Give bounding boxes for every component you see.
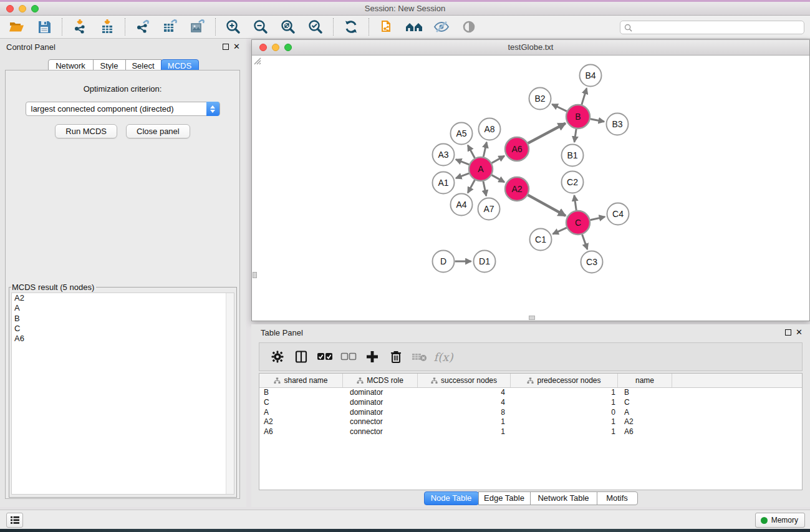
graph-node-A[interactable]: A bbox=[469, 157, 493, 181]
graph-edge-A-A7[interactable] bbox=[483, 181, 486, 196]
table-settings-button[interactable] bbox=[266, 346, 289, 368]
graph-node-A5[interactable]: A5 bbox=[451, 123, 473, 145]
graph-edge-A-A2[interactable] bbox=[492, 175, 504, 182]
tab-node-table[interactable]: Node Table bbox=[424, 491, 479, 505]
table-row[interactable]: A2connector11A2 bbox=[259, 417, 802, 427]
graph-node-A2[interactable]: A2 bbox=[505, 177, 529, 201]
tab-edge-table[interactable]: Edge Table bbox=[478, 491, 531, 505]
graph-node-D1[interactable]: D1 bbox=[474, 251, 496, 273]
close-panel-button[interactable]: Close panel bbox=[126, 124, 190, 138]
zoom-in-button[interactable] bbox=[223, 17, 244, 37]
column-header-successor-nodes[interactable]: successor nodes bbox=[418, 374, 511, 387]
tab-network-table[interactable]: Network Table bbox=[530, 491, 597, 505]
close-panel-icon[interactable]: ✕ bbox=[796, 327, 803, 337]
graph-edge-C-C1[interactable] bbox=[553, 228, 567, 234]
network-window-titlebar[interactable]: testGlobe.txt bbox=[252, 40, 809, 56]
graph-node-B1[interactable]: B1 bbox=[562, 145, 584, 167]
canvas-scroll-marker[interactable] bbox=[253, 272, 257, 278]
import-network-button[interactable] bbox=[69, 17, 90, 37]
zoom-fit-button[interactable] bbox=[277, 17, 299, 37]
export-image-button[interactable] bbox=[187, 17, 208, 37]
float-panel-icon[interactable] bbox=[785, 329, 791, 336]
canvas-scroll-marker[interactable] bbox=[529, 316, 535, 320]
app-titlebar: Session: New Session bbox=[0, 2, 810, 16]
clear-selection-button[interactable] bbox=[337, 346, 360, 368]
graph-node-A8[interactable]: A8 bbox=[479, 118, 501, 140]
select-all-button[interactable] bbox=[314, 346, 336, 368]
graph-edge-C-C3[interactable] bbox=[582, 235, 587, 249]
close-window-button[interactable] bbox=[6, 5, 14, 12]
network-zoom-button[interactable] bbox=[284, 44, 292, 51]
graph-edge-A-A4[interactable] bbox=[468, 180, 475, 193]
run-mcds-button[interactable]: Run MCDS bbox=[55, 124, 117, 138]
list-scrollbar[interactable] bbox=[226, 293, 234, 494]
graph-node-A3[interactable]: A3 bbox=[433, 144, 455, 166]
graph-node-C2[interactable]: C2 bbox=[562, 172, 584, 193]
graph-node-A7[interactable]: A7 bbox=[478, 198, 500, 220]
graph-edge-A-A3[interactable] bbox=[456, 160, 469, 165]
graph-edge-A-A5[interactable] bbox=[468, 145, 475, 158]
graph-edge-B-B4[interactable] bbox=[582, 89, 587, 105]
column-header-name[interactable]: name bbox=[618, 374, 672, 387]
graph-node-A1[interactable]: A1 bbox=[433, 172, 455, 194]
table-row[interactable]: Cdominator41C bbox=[259, 398, 802, 408]
graph-node-C[interactable]: C bbox=[566, 211, 590, 235]
table-row[interactable]: Adominator80A bbox=[259, 408, 802, 418]
minimize-window-button[interactable] bbox=[19, 5, 26, 12]
search-input[interactable] bbox=[632, 22, 804, 33]
network-canvas[interactable]: B4B2BB3A8A5A6A3B1AC2A1A2A4A7C4CC1C3DD1 bbox=[252, 56, 809, 321]
table-row[interactable]: A6connector11A6 bbox=[259, 427, 802, 437]
delete-rows-button[interactable] bbox=[385, 346, 407, 368]
graph-edge-A-A8[interactable] bbox=[483, 142, 486, 157]
zoom-window-button[interactable] bbox=[31, 5, 39, 12]
close-panel-icon[interactable]: ✕ bbox=[233, 42, 240, 51]
network-graph[interactable]: B4B2BB3A8A5A6A3B1AC2A1A2A4A7C4CC1C3DD1 bbox=[252, 56, 809, 321]
graph-node-C4[interactable]: C4 bbox=[607, 203, 629, 225]
graph-node-A4[interactable]: A4 bbox=[451, 194, 473, 216]
export-table-button[interactable] bbox=[160, 17, 181, 37]
graph-node-D[interactable]: D bbox=[433, 251, 455, 273]
graph-node-B3[interactable]: B3 bbox=[607, 114, 629, 135]
network-minimize-button[interactable] bbox=[272, 44, 279, 51]
graph-node-C3[interactable]: C3 bbox=[581, 251, 603, 273]
tab-motifs[interactable]: Motifs bbox=[597, 491, 638, 505]
refresh-view-button[interactable] bbox=[340, 17, 362, 37]
zoom-selected-button[interactable] bbox=[305, 17, 326, 37]
graph-edge-A6-B[interactable] bbox=[528, 123, 566, 143]
tasks-button[interactable] bbox=[6, 513, 23, 528]
open-file-button[interactable] bbox=[6, 17, 27, 37]
svg-text:A3: A3 bbox=[438, 150, 448, 160]
import-table-button[interactable] bbox=[97, 17, 118, 37]
float-panel-icon[interactable] bbox=[223, 44, 229, 50]
table-row[interactable]: Bdominator41B bbox=[259, 388, 802, 398]
export-network-button[interactable] bbox=[132, 17, 153, 37]
graph-edge-B-B2[interactable] bbox=[552, 104, 567, 111]
column-header-shared-name[interactable]: shared name bbox=[259, 374, 343, 387]
zoom-out-button[interactable] bbox=[250, 17, 271, 37]
column-header-predecessor-nodes[interactable]: predecessor nodes bbox=[511, 374, 618, 387]
resize-grip-icon[interactable] bbox=[252, 56, 261, 65]
show-columns-button[interactable] bbox=[290, 346, 312, 368]
graph-node-B4[interactable]: B4 bbox=[580, 65, 602, 87]
graph-edge-B-B3[interactable] bbox=[591, 119, 604, 122]
memory-button[interactable]: Memory bbox=[755, 513, 805, 528]
graph-edge-C-C4[interactable] bbox=[591, 217, 605, 220]
graph-edge-A-A1[interactable] bbox=[456, 173, 469, 178]
graph-node-C1[interactable]: C1 bbox=[530, 229, 552, 251]
graph-edge-A2-C[interactable] bbox=[528, 195, 566, 216]
graph-node-A6[interactable]: A6 bbox=[505, 137, 529, 161]
save-session-button[interactable] bbox=[34, 17, 55, 37]
add-row-button[interactable] bbox=[361, 346, 383, 368]
show-details-button[interactable] bbox=[458, 17, 480, 37]
column-header-mcds-role[interactable]: MCDS role bbox=[343, 374, 418, 387]
network-close-button[interactable] bbox=[259, 44, 267, 51]
graph-node-B[interactable]: B bbox=[566, 105, 590, 128]
criterion-select[interactable]: largest connected component (directed) bbox=[26, 102, 220, 116]
graph-node-B2[interactable]: B2 bbox=[529, 88, 551, 110]
hide-eye-button[interactable] bbox=[431, 17, 452, 37]
houses-button[interactable] bbox=[403, 17, 425, 37]
duplicate-network-button[interactable] bbox=[376, 17, 397, 37]
graph-edge-B-B1[interactable] bbox=[574, 129, 576, 142]
graph-edge-C-C2[interactable] bbox=[574, 195, 576, 210]
graph-edge-A-A6[interactable] bbox=[492, 156, 504, 163]
